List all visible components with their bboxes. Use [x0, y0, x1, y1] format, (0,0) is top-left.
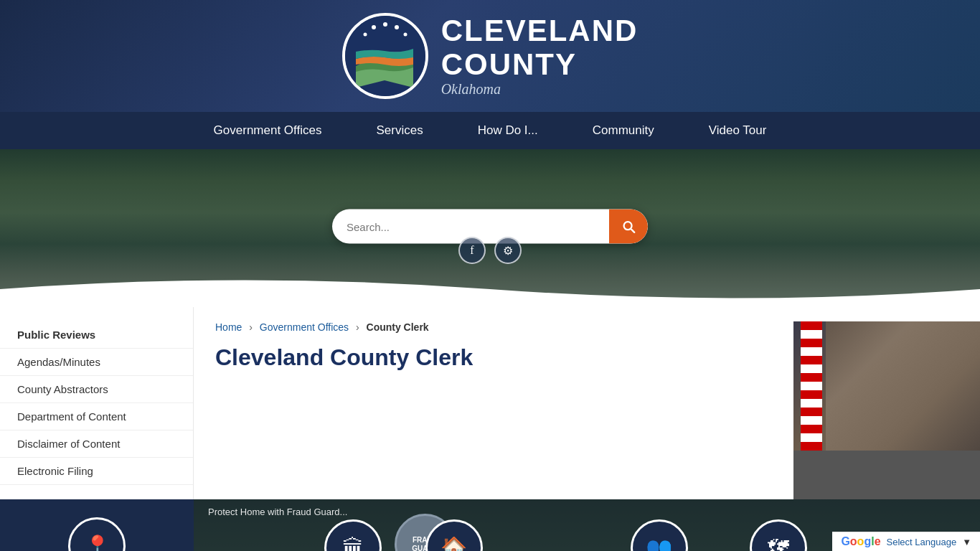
- nav-community[interactable]: Community: [565, 112, 682, 149]
- hero-banner: f ⚙: [0, 149, 980, 307]
- breadcrumb-home[interactable]: Home: [215, 321, 242, 333]
- nav-how-do-i[interactable]: How Do I...: [451, 112, 565, 149]
- google-logo: Google: [841, 535, 880, 548]
- page-title: Cleveland County Clerk: [215, 344, 772, 371]
- nav-video-tour[interactable]: Video Tour: [682, 112, 794, 149]
- office-image: [793, 321, 980, 451]
- maps-icon: 🗺: [768, 536, 789, 552]
- content-row: Public Reviews Agendas/Minutes County Ab…: [0, 307, 980, 499]
- search-icon: [621, 219, 636, 235]
- logo-area: CLEVELAND COUNTY Oklahoma: [342, 13, 639, 99]
- select-language-link[interactable]: Select Language: [887, 537, 957, 547]
- sidebar-disclaimer[interactable]: Disclaimer of Content: [0, 430, 193, 458]
- main-content: Home › Government Offices › County Clerk…: [194, 307, 793, 499]
- bottom-sidebar-clerk[interactable]: 📍 County Clerk: [0, 499, 194, 551]
- sidebar-public-reviews[interactable]: Public Reviews: [0, 321, 193, 349]
- assessor-icon-circle: 🏠: [425, 519, 483, 552]
- nav-services[interactable]: Services: [349, 112, 450, 149]
- svg-point-1: [383, 22, 387, 27]
- breadcrumb-gov-offices[interactable]: Government Offices: [260, 321, 349, 333]
- quick-link-assessor[interactable]: 🏠 Assessor: [425, 519, 483, 552]
- translate-bar: Google Select Language ▼: [832, 532, 980, 551]
- site-state: Oklahoma: [441, 81, 639, 98]
- sidebar-department-content[interactable]: Department of Content: [0, 403, 193, 430]
- right-side-image: [793, 321, 980, 499]
- county-clerk-icon-circle: 📍: [68, 517, 126, 551]
- svg-point-5: [403, 33, 407, 37]
- site-title: CLEVELAND COUNTY Oklahoma: [441, 14, 639, 97]
- search-button[interactable]: [609, 209, 648, 244]
- site-logo[interactable]: [342, 13, 428, 99]
- title-line2: COUNTY: [441, 47, 577, 81]
- quick-link-maps[interactable]: 🗺 Maps: [750, 519, 807, 552]
- hr-icon-circle: 👥: [631, 519, 688, 552]
- breadcrumb-current: County Clerk: [367, 321, 429, 333]
- site-header: CLEVELAND COUNTY Oklahoma Government Off…: [0, 0, 980, 149]
- hr-icon: 👥: [646, 535, 672, 551]
- main-and-image: Home › Government Offices › County Clerk…: [194, 307, 980, 499]
- main-nav: Government Offices Services How Do I... …: [0, 112, 980, 149]
- assessor-icon: 🏠: [440, 535, 467, 551]
- sidebar: Public Reviews Agendas/Minutes County Ab…: [0, 307, 194, 499]
- svg-point-4: [363, 33, 367, 37]
- quick-link-court-clerk[interactable]: 🏛 Court Clerk: [324, 519, 382, 552]
- breadcrumb-sep1: ›: [249, 321, 253, 333]
- court-clerk-icon: 🏛: [342, 536, 364, 552]
- hero-wave: [0, 271, 980, 307]
- settings-icon[interactable]: ⚙: [494, 237, 522, 264]
- court-clerk-icon-circle: 🏛: [324, 519, 382, 552]
- svg-point-3: [395, 25, 399, 29]
- quick-link-human-resources[interactable]: 👥 Human Resources: [612, 519, 707, 552]
- county-clerk-map-icon: 📍: [84, 534, 110, 552]
- svg-point-2: [372, 25, 376, 29]
- facebook-icon[interactable]: f: [458, 237, 486, 264]
- maps-icon-circle: 🗺: [750, 519, 807, 552]
- nav-government-offices[interactable]: Government Offices: [187, 112, 349, 149]
- sidebar-agendas-minutes[interactable]: Agendas/Minutes: [0, 349, 193, 376]
- sidebar-electronic-filing[interactable]: Electronic Filing: [0, 458, 193, 485]
- breadcrumb: Home › Government Offices › County Clerk: [215, 321, 772, 333]
- breadcrumb-sep2: ›: [356, 321, 359, 333]
- social-icons: f ⚙: [458, 237, 522, 264]
- flag: [801, 321, 822, 451]
- translate-arrow: ▼: [962, 537, 971, 547]
- title-line1: CLEVELAND: [441, 14, 639, 47]
- sidebar-county-abstractors[interactable]: County Abstractors: [0, 376, 193, 403]
